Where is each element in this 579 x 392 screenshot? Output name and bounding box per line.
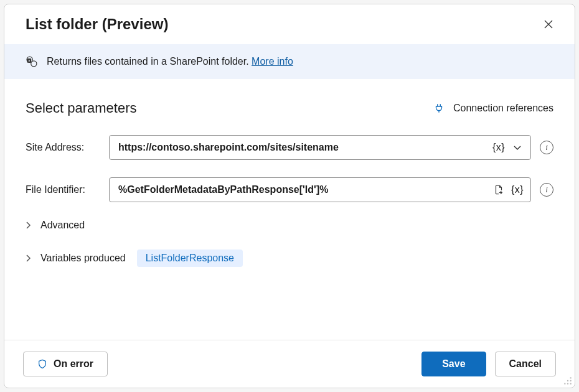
svg-text:S: S [28, 59, 30, 62]
close-icon [544, 19, 553, 29]
banner-description: Returns files contained in a SharePoint … [47, 56, 252, 67]
connection-references-label: Connection references [453, 103, 553, 114]
svg-point-9 [570, 383, 572, 385]
chevron-right-icon [26, 222, 34, 229]
site-address-label: Site Address: [26, 142, 100, 153]
resize-grip-icon[interactable] [563, 376, 572, 385]
file-identifier-label: File Identifier: [26, 184, 100, 195]
svg-point-5 [567, 380, 568, 381]
parameters-header-row: Select parameters Connection references [26, 100, 553, 116]
dialog-content: Select parameters Connection references … [4, 79, 575, 340]
site-address-input-wrap: {x} [109, 135, 531, 160]
sharepoint-icon: S [26, 55, 38, 68]
more-info-link[interactable]: More info [252, 56, 293, 67]
output-variable-pill[interactable]: ListFolderResponse [137, 250, 243, 267]
dialog-footer: On error Save Cancel [4, 340, 575, 388]
insert-variable-button[interactable]: {x} [511, 184, 524, 195]
file-identifier-input[interactable] [118, 184, 487, 195]
advanced-label: Advanced [40, 220, 85, 231]
cancel-button[interactable]: Cancel [495, 352, 556, 376]
advanced-expander[interactable]: Advanced [26, 220, 553, 231]
file-identifier-row: File Identifier: {x} i [26, 177, 553, 202]
file-select-icon [493, 184, 504, 195]
on-error-label: On error [54, 358, 93, 370]
site-address-input[interactable] [118, 142, 487, 153]
svg-point-1 [31, 61, 37, 67]
file-identifier-info-button[interactable]: i [540, 183, 553, 197]
banner-text: Returns files contained in a SharePoint … [47, 56, 293, 67]
info-banner: S Returns files contained in a SharePoin… [4, 44, 575, 79]
connection-references-button[interactable]: Connection references [433, 103, 553, 114]
plug-icon [433, 103, 445, 114]
variables-produced-label: Variables produced [40, 253, 126, 264]
file-identifier-input-wrap: {x} [109, 177, 531, 202]
svg-point-6 [570, 380, 572, 381]
parameters-heading: Select parameters [26, 100, 137, 116]
site-address-info-button[interactable]: i [540, 141, 553, 154]
dropdown-toggle[interactable] [511, 142, 524, 152]
dialog-header: List folder (Preview) [4, 4, 575, 44]
shield-icon [37, 358, 47, 370]
on-error-button[interactable]: On error [23, 352, 108, 376]
save-button[interactable]: Save [421, 352, 486, 376]
footer-actions: Save Cancel [421, 352, 556, 376]
svg-point-8 [567, 383, 568, 385]
svg-point-4 [570, 377, 572, 378]
list-folder-dialog: List folder (Preview) S Returns files co… [4, 4, 575, 388]
insert-variable-button[interactable]: {x} [492, 142, 506, 153]
close-button[interactable] [540, 16, 557, 33]
svg-point-7 [564, 383, 565, 385]
site-address-row: Site Address: {x} i [26, 135, 553, 160]
file-picker-button[interactable] [492, 184, 506, 195]
chevron-right-icon [26, 254, 34, 262]
variables-produced-expander[interactable]: Variables produced ListFolderResponse [26, 250, 553, 267]
dialog-title: List folder (Preview) [26, 16, 168, 33]
chevron-down-icon [512, 142, 522, 152]
